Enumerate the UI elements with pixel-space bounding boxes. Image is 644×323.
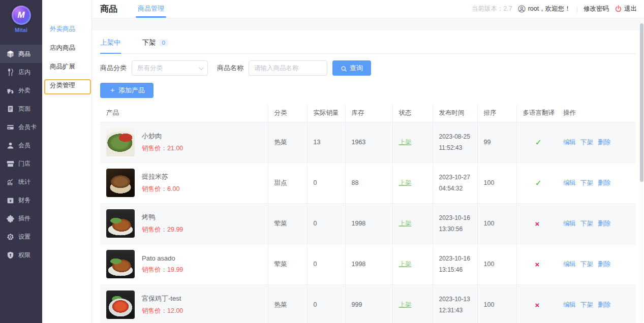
table-row: 提拉米苏销售价：6.00甜点088上架2023-10-27 04:54:3210… [100, 163, 635, 203]
sort-cell: 100 [477, 163, 516, 203]
scrollbar-thumb[interactable] [640, 23, 643, 182]
content-panel: 上架中 下架 0 商品分类 所有分类 商品名称 查询 [92, 30, 644, 323]
tab-off-shelf[interactable]: 下架 0 [142, 38, 168, 53]
product-name-input[interactable] [249, 60, 327, 76]
product-price: 销售价：6.00 [142, 185, 179, 193]
member-card-icon [7, 123, 14, 131]
change-password-link[interactable]: 修改密码 [584, 5, 609, 13]
delete-link[interactable]: 删除 [598, 261, 610, 268]
sort-cell: 100 [477, 284, 516, 323]
search-button[interactable]: 查询 [332, 60, 371, 76]
product-price: 销售价：12.00 [142, 307, 183, 315]
category-filter-label: 商品分类 [100, 63, 127, 73]
delete-link[interactable]: 删除 [598, 301, 610, 308]
sidebar-item-finance[interactable]: ¥财务 [0, 191, 42, 209]
product-name: 宫保鸡丁-test [142, 294, 183, 303]
table-row: Pato asado销售价：19.99荤菜01998上架2023-10-16 1… [100, 244, 635, 284]
sidebar-item-settings[interactable]: 设置 [0, 228, 42, 246]
check-icon: ✓ [523, 179, 542, 187]
tab-goods-management[interactable]: 商品管理 [138, 0, 164, 18]
edit-link[interactable]: 编辑 [563, 179, 576, 186]
stock-cell: 88 [345, 163, 392, 203]
sales-cell: 13 [307, 122, 345, 163]
status-link[interactable]: 上架 [399, 139, 412, 146]
edit-link[interactable]: 编辑 [563, 220, 576, 227]
delete-link[interactable]: 删除 [598, 139, 610, 146]
permission-icon [7, 251, 14, 259]
publish-date: 2023-10-16 13:15:46 [433, 244, 477, 284]
logout-button[interactable]: 退出 [615, 5, 637, 13]
cross-icon: × [523, 219, 540, 228]
top-header: 商品 商品管理 当前版本：2.7 root，欢迎您！ | 修改密码 [92, 0, 644, 18]
settings-icon [7, 233, 14, 241]
row-actions: 编辑下架删除 [557, 284, 635, 323]
table-row: 烤鸭销售价：29.99荤菜01998上架2023-10-16 13:30:561… [100, 203, 635, 244]
sidebar-item-stats[interactable]: 统计 [0, 173, 42, 191]
column-header: 排序 [477, 105, 516, 122]
main-area: 商品 商品管理 当前版本：2.7 root，欢迎您！ | 修改密码 [92, 0, 644, 323]
product-name: 小炒肉 [142, 132, 183, 141]
category-cell: 热菜 [268, 284, 307, 323]
status-link[interactable]: 上架 [399, 220, 412, 227]
delete-link[interactable]: 删除 [598, 220, 610, 227]
category-cell: 甜点 [268, 163, 307, 203]
cross-icon: × [523, 260, 540, 269]
status-link[interactable]: 上架 [399, 261, 412, 268]
row-actions: 编辑下架删除 [557, 244, 635, 284]
category-cell: 荤菜 [268, 203, 307, 244]
stock-cell: 1998 [345, 244, 392, 284]
sidebar-item-store[interactable]: 门店 [0, 154, 42, 173]
publish-date: 2023-08-25 11:52:43 [433, 122, 477, 163]
finance-icon: ¥ [7, 197, 14, 204]
submenu-item-goods-extension[interactable]: 商品扩展 [42, 60, 91, 79]
sidebar-item-instore[interactable]: 店内 [0, 63, 42, 81]
edit-link[interactable]: 编辑 [563, 261, 576, 268]
product-image [106, 209, 135, 238]
sort-cell: 100 [477, 203, 516, 244]
sidebar-item-member-card[interactable]: 会员卡 [0, 118, 42, 136]
category-select[interactable]: 所有分类 [132, 60, 208, 76]
submenu-item-instore-goods[interactable]: 店内商品 [42, 41, 91, 60]
divider: | [576, 6, 578, 13]
offshelf-link[interactable]: 下架 [580, 139, 593, 146]
column-header: 发布时间 [433, 105, 477, 122]
submenu-item-takeout-goods[interactable]: 外卖商品 [42, 22, 91, 41]
sidebar-item-goods[interactable]: 商品 [0, 45, 42, 63]
mitai-logo-icon: M [12, 6, 31, 25]
offshelf-link[interactable]: 下架 [580, 261, 593, 268]
sidebar-item-permission[interactable]: 权限 [0, 246, 42, 264]
table-row: 小炒肉销售价：21.00热菜131963上架2023-08-25 11:52:4… [100, 122, 635, 163]
offshelf-link[interactable]: 下架 [580, 220, 593, 227]
product-price: 销售价：19.99 [142, 266, 183, 274]
add-product-button[interactable]: ＋ 添加产品 [100, 83, 154, 98]
logout-label: 退出 [624, 5, 637, 13]
offshelf-link[interactable]: 下架 [580, 179, 593, 186]
column-header: 分类 [268, 105, 307, 122]
primary-sidebar: M Mitai 商品店内外卖页面会员卡会员门店统计¥财务插件设置权限 [0, 0, 42, 323]
takeout-icon [7, 87, 14, 94]
app-logo: M Mitai [0, 0, 42, 37]
tab-on-shelf[interactable]: 上架中 [100, 38, 121, 53]
sidebar-item-member[interactable]: 会员 [0, 136, 42, 154]
edit-link[interactable]: 编辑 [563, 301, 576, 308]
offshelf-link[interactable]: 下架 [580, 301, 593, 308]
submenu-item-category-management[interactable]: 分类管理 [42, 79, 91, 98]
product-name: 提拉米苏 [142, 172, 179, 181]
pages-icon [7, 105, 14, 113]
column-header: 产品 [100, 105, 268, 122]
app-name: Mitai [15, 27, 27, 33]
sidebar-item-plugin[interactable]: 插件 [0, 209, 42, 228]
sales-cell: 0 [307, 284, 345, 323]
user-menu[interactable]: root，欢迎您！ [518, 5, 571, 13]
filter-bar: 商品分类 所有分类 商品名称 查询 [100, 60, 636, 76]
status-link[interactable]: 上架 [399, 179, 412, 186]
stock-cell: 1998 [345, 203, 392, 244]
sidebar-item-pages[interactable]: 页面 [0, 100, 42, 118]
stock-cell: 999 [345, 284, 392, 323]
edit-link[interactable]: 编辑 [563, 139, 576, 146]
member-icon [7, 142, 14, 149]
sidebar-item-takeout[interactable]: 外卖 [0, 81, 42, 100]
status-link[interactable]: 上架 [399, 301, 412, 308]
column-header: 操作 [557, 105, 635, 122]
delete-link[interactable]: 删除 [598, 179, 610, 186]
